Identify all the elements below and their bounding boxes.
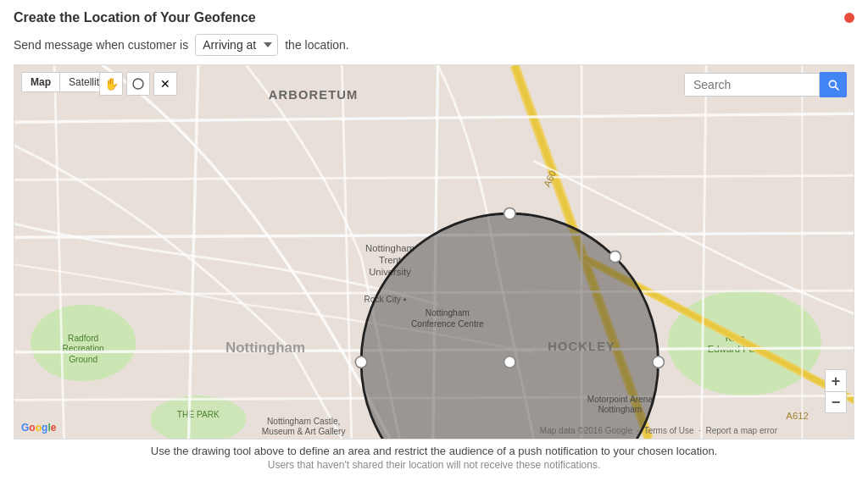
map-data-text: Map data ©2016 Google: [540, 426, 632, 435]
map-svg: King Edward Park Radford Recreation Grou…: [14, 65, 854, 439]
search-input[interactable]: [684, 73, 820, 97]
svg-point-42: [653, 357, 665, 368]
message-suffix: the location.: [285, 38, 349, 52]
hand-icon: ✋: [104, 77, 119, 91]
page-container: Create the Location of Your Geofence Sen…: [0, 0, 868, 481]
close-tool-button[interactable]: ✕: [153, 72, 177, 96]
circle-tool-button[interactable]: [126, 72, 150, 96]
bottom-sub-text: Users that haven't shared their location…: [14, 459, 854, 474]
search-box: [684, 72, 847, 97]
google-logo: Google: [21, 422, 56, 434]
svg-point-4: [31, 305, 136, 381]
map-container: King Edward Park Radford Recreation Grou…: [14, 64, 854, 440]
bottom-main-text: Use the drawing tool above to define an …: [14, 440, 854, 459]
search-button[interactable]: [820, 72, 847, 97]
svg-text:Ground: Ground: [69, 355, 97, 364]
status-dot: [844, 13, 854, 23]
svg-text:Museum & Art Gallery: Museum & Art Gallery: [262, 427, 347, 436]
svg-point-39: [504, 207, 516, 219]
arriving-dropdown[interactable]: Arriving at Leaving: [195, 34, 278, 56]
hand-tool-button[interactable]: ✋: [99, 72, 123, 96]
svg-text:Nottingham: Nottingham: [365, 244, 415, 254]
close-icon: ✕: [160, 77, 170, 91]
terms-link[interactable]: Terms of Use: [644, 426, 694, 435]
svg-text:Nottingham Castle,: Nottingham Castle,: [267, 417, 340, 426]
zoom-controls: + −: [825, 369, 847, 413]
map-background[interactable]: King Edward Park Radford Recreation Grou…: [14, 65, 854, 439]
map-type-map-button[interactable]: Map: [22, 73, 60, 91]
svg-point-43: [504, 357, 516, 368]
map-toolbar: ✋ ✕: [99, 72, 177, 96]
svg-text:Radford: Radford: [68, 334, 98, 343]
svg-text:A612: A612: [786, 411, 808, 421]
report-error-link[interactable]: Report a map error: [706, 426, 777, 435]
svg-point-45: [133, 79, 143, 89]
svg-point-44: [609, 251, 621, 263]
zoom-out-button[interactable]: −: [825, 391, 847, 413]
svg-text:THE PARK: THE PARK: [177, 410, 220, 419]
circle-draw-icon: [131, 77, 145, 91]
zoom-in-button[interactable]: +: [825, 369, 847, 391]
svg-text:Nottingham: Nottingham: [225, 340, 305, 356]
message-prefix: Send message when customer is: [14, 38, 188, 52]
map-footer: Map data ©2016 Google · Terms of Use · R…: [540, 426, 777, 435]
search-icon: [826, 78, 840, 91]
svg-text:ARBORETUM: ARBORETUM: [269, 88, 359, 102]
message-row: Send message when customer is Arriving a…: [14, 34, 854, 56]
svg-point-41: [355, 357, 367, 368]
page-title: Create the Location of Your Geofence: [14, 10, 256, 25]
header-row: Create the Location of Your Geofence: [14, 10, 854, 25]
